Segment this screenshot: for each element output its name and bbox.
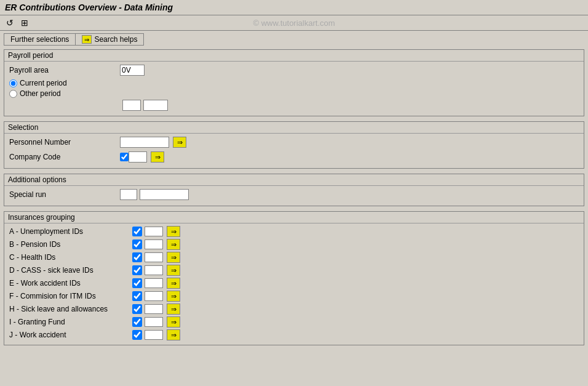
payroll-area-input[interactable] (120, 65, 145, 76)
additional-options-title: Additional options (4, 174, 584, 186)
selection-content: Personnel Number ⇒ Company Code ⇒ (4, 134, 584, 168)
insurance-input-b[interactable] (145, 239, 163, 249)
insurance-row-a: A - Unemployment IDs⇒ (9, 226, 579, 237)
company-code-checkbox[interactable] (120, 153, 129, 161)
insurance-checkbox-b[interactable] (132, 239, 142, 249)
current-period-row: Current period (9, 79, 579, 87)
further-selections-label: Further selections (10, 35, 69, 44)
insurance-input-a[interactable] (145, 227, 163, 236)
insurance-checkbox-h[interactable] (132, 304, 142, 314)
insurance-checkbox-i[interactable] (132, 317, 142, 327)
company-code-input[interactable] (129, 151, 147, 163)
payroll-area-row: Payroll area (9, 64, 579, 76)
current-period-radio[interactable] (9, 79, 17, 87)
personnel-number-label: Personnel Number (9, 138, 120, 147)
special-run-row: Special run (9, 188, 579, 201)
toolbar: ↺ ⊞ © www.tutorialkart.com (0, 15, 588, 31)
insurance-arrow-btn-a[interactable]: ⇒ (167, 226, 180, 237)
additional-options-content: Special run (4, 186, 584, 206)
insurance-arrow-btn-c[interactable]: ⇒ (167, 252, 180, 263)
insurance-checkbox-f[interactable] (132, 291, 142, 301)
payroll-period-title: Payroll period (4, 50, 584, 62)
tab-bar: Further selections ⇒ Search helps (0, 31, 588, 48)
insurance-row-h: H - Sick leave and allowances⇒ (9, 304, 579, 315)
search-helps-label: Search helps (94, 35, 137, 44)
insurance-input-c[interactable] (145, 252, 163, 262)
insurance-label-b: B - Pension IDs (9, 240, 132, 249)
other-period-label: Other period (20, 89, 61, 98)
insurance-label-j: J - Work accident (9, 331, 132, 339)
insurance-label-d: D - CASS - sick leave IDs (9, 266, 132, 275)
other-period-input2[interactable] (143, 100, 168, 111)
insurance-arrow-btn-d[interactable]: ⇒ (167, 265, 180, 276)
insurance-label-e: E - Work accident IDs (9, 279, 132, 287)
other-period-row: Other period (9, 89, 579, 98)
company-code-row: Company Code ⇒ (9, 151, 579, 163)
insurance-label-c: C - Health IDs (9, 253, 132, 262)
insurance-input-e[interactable] (145, 278, 163, 288)
personnel-number-row: Personnel Number ⇒ (9, 136, 579, 148)
insurance-input-d[interactable] (145, 265, 163, 275)
insurance-checkbox-j[interactable] (132, 330, 142, 340)
selection-title: Selection (4, 122, 584, 134)
title-bar: ER Contributions Overview - Data Mining (0, 0, 588, 15)
insurance-arrow-btn-i[interactable]: ⇒ (167, 316, 180, 328)
insurance-arrow-btn-f[interactable]: ⇒ (167, 291, 180, 302)
insurance-row-b: B - Pension IDs⇒ (9, 239, 579, 250)
selection-section: Selection Personnel Number ⇒ Company Cod… (4, 121, 584, 169)
company-code-arrow-btn[interactable]: ⇒ (151, 151, 164, 163)
additional-options-section: Additional options Special run (4, 174, 584, 206)
insurance-arrow-btn-h[interactable]: ⇒ (167, 304, 180, 315)
other-period-radio[interactable] (9, 90, 17, 98)
payroll-period-content: Payroll area Current period Other period (4, 62, 584, 116)
insurance-arrow-btn-e[interactable]: ⇒ (167, 278, 180, 289)
insurance-label-h: H - Sick leave and allowances (9, 305, 132, 313)
insurance-row-j: J - Work accident⇒ (9, 329, 579, 340)
grid-icon[interactable]: ⊞ (18, 17, 31, 29)
payroll-period-section: Payroll period Payroll area Current peri… (4, 49, 584, 116)
insurance-row-d: D - CASS - sick leave IDs⇒ (9, 265, 579, 276)
insurance-arrow-btn-j[interactable]: ⇒ (167, 329, 180, 340)
insurance-input-i[interactable] (145, 317, 163, 327)
personnel-number-arrow-btn[interactable]: ⇒ (173, 137, 186, 148)
payroll-area-label: Payroll area (9, 66, 120, 74)
insurance-label-f: F - Commision for ITM IDs (9, 292, 132, 300)
special-run-input1[interactable] (120, 189, 137, 200)
insurance-label-a: A - Unemployment IDs (9, 227, 132, 236)
search-helps-arrow-icon: ⇒ (82, 35, 92, 44)
insurance-input-j[interactable] (145, 330, 163, 340)
insurance-input-h[interactable] (145, 304, 163, 314)
main-content: Payroll period Payroll area Current peri… (0, 48, 588, 385)
insurances-grouping-title: Insurances grouping (4, 212, 584, 223)
insurance-row-f: F - Commision for ITM IDs⇒ (9, 291, 579, 302)
further-selections-tab[interactable]: Further selections (4, 33, 75, 46)
insurance-input-f[interactable] (145, 291, 163, 301)
back-icon[interactable]: ↺ (4, 17, 16, 29)
insurance-arrow-btn-b[interactable]: ⇒ (167, 239, 180, 250)
current-period-label: Current period (20, 79, 67, 87)
company-code-label: Company Code (9, 153, 120, 161)
special-run-inputs (120, 189, 189, 200)
special-run-label: Special run (9, 190, 120, 199)
insurances-grouping-content: A - Unemployment IDs⇒B - Pension IDs⇒C -… (4, 223, 584, 345)
app-title: ER Contributions Overview - Data Mining (5, 2, 173, 12)
insurance-checkbox-d[interactable] (132, 265, 142, 275)
insurance-checkbox-c[interactable] (132, 252, 142, 262)
insurances-grouping-section: Insurances grouping A - Unemployment IDs… (4, 211, 584, 345)
insurance-checkbox-a[interactable] (132, 227, 142, 236)
special-run-input2[interactable] (140, 189, 189, 200)
insurance-row-e: E - Work accident IDs⇒ (9, 278, 579, 289)
insurance-checkbox-e[interactable] (132, 278, 142, 288)
insurance-row-c: C - Health IDs⇒ (9, 252, 579, 263)
watermark: © www.tutorialkart.com (253, 18, 335, 28)
other-period-inputs (122, 100, 579, 111)
other-period-input1[interactable] (122, 100, 141, 111)
personnel-number-input[interactable] (120, 137, 169, 148)
insurance-row-i: I - Granting Fund⇒ (9, 316, 579, 328)
search-helps-tab[interactable]: ⇒ Search helps (75, 33, 144, 46)
insurance-label-i: I - Granting Fund (9, 318, 132, 326)
